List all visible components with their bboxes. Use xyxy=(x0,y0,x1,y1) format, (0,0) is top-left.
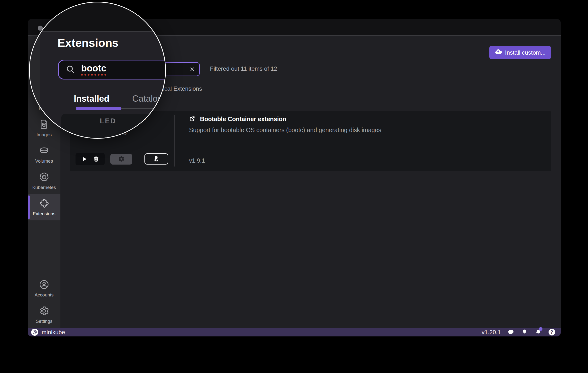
active-indicator-bar xyxy=(28,196,30,219)
puzzle-icon xyxy=(39,198,49,210)
sidebar-item-accounts[interactable]: Accounts xyxy=(28,275,60,302)
tab-local-extensions[interactable]: Local Extensions xyxy=(158,85,202,92)
sidebar-item-settings[interactable]: Settings xyxy=(28,302,60,328)
context-name: minikube xyxy=(42,329,65,336)
feedback-chat-icon[interactable] xyxy=(507,329,514,336)
cloud-download-icon xyxy=(495,48,502,57)
extension-title[interactable]: Bootable Container extension xyxy=(200,116,286,123)
statusbar-right: v1.20.1 ? xyxy=(482,329,561,336)
gear-icon xyxy=(118,155,125,163)
sidebar-item-extensions[interactable]: Extensions xyxy=(28,194,60,220)
kube-context[interactable]: minikube xyxy=(28,329,65,336)
sidebar-item-volumes[interactable]: Volumes xyxy=(28,141,60,168)
loupe-page-title: Extensions xyxy=(57,36,119,49)
edit-extension-button[interactable] xyxy=(145,153,168,165)
file-pen-icon xyxy=(153,155,160,163)
card-title-row: Bootable Container extension xyxy=(189,115,286,123)
sidebar-item-label: Volumes xyxy=(35,158,53,164)
sidebar-spacer xyxy=(28,220,60,275)
app-version: v1.20.1 xyxy=(482,329,501,336)
clear-search-button[interactable] xyxy=(189,66,195,72)
filter-status-text: Filtered out 11 items of 12 xyxy=(210,65,277,72)
magnifier-loupe: Extensions bootc Installed Catalog LED xyxy=(29,2,166,139)
install-custom-button[interactable]: Install custom... xyxy=(489,46,551,59)
sidebar-item-label: Extensions xyxy=(33,211,55,217)
extension-settings-button[interactable] xyxy=(110,154,132,165)
image-file-cube-icon xyxy=(39,119,49,131)
extension-description: Support for bootable OS containers (boot… xyxy=(189,127,381,134)
question-mark: ? xyxy=(548,329,555,335)
volume-cylinder-icon xyxy=(39,145,49,157)
loupe-search-value: bootc xyxy=(81,64,106,76)
sidebar-item-label: Accounts xyxy=(35,292,53,298)
card-divider xyxy=(174,115,175,166)
status-bar: minikube v1.20.1 ? xyxy=(28,328,561,336)
notifications-bell-icon[interactable] xyxy=(535,329,542,336)
tips-lightbulb-icon[interactable] xyxy=(521,329,528,336)
loupe-active-tab-underline xyxy=(76,107,121,110)
sidebar-item-label: Images xyxy=(37,132,52,138)
delete-extension-button[interactable] xyxy=(93,156,99,162)
sidebar-item-kubernetes[interactable]: Kubernetes xyxy=(28,168,60,194)
external-link-icon[interactable] xyxy=(189,115,196,123)
search-icon xyxy=(65,64,75,75)
loupe-tab-installed[interactable]: Installed xyxy=(74,94,109,104)
sidebar-item-label: Kubernetes xyxy=(32,185,56,190)
start-extension-button[interactable] xyxy=(81,156,87,162)
install-custom-label: Install custom... xyxy=(505,49,546,56)
kubernetes-icon xyxy=(39,172,49,183)
gear-icon xyxy=(39,306,49,317)
person-circle-icon xyxy=(39,279,49,291)
notification-badge xyxy=(539,327,542,331)
loupe-installed-badge-fragment: LED xyxy=(100,117,116,125)
help-icon[interactable]: ? xyxy=(548,329,555,336)
kubernetes-context-icon xyxy=(31,329,38,336)
sidebar-item-label: Settings xyxy=(36,319,52,324)
loupe-titlebar xyxy=(30,2,165,32)
card-action-group xyxy=(75,153,105,165)
extension-version: v1.9.1 xyxy=(189,157,205,164)
loupe-search-box[interactable]: bootc xyxy=(58,60,166,79)
